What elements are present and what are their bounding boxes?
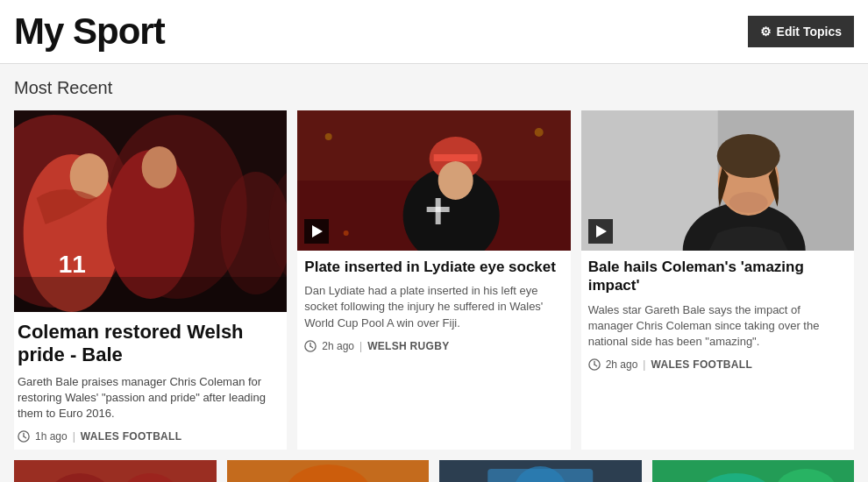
card-3-title: Bale hails Coleman's 'amazing impact': [588, 258, 847, 295]
cards-grid: 11 Coleman restored Welsh pride - Bale G…: [14, 110, 854, 450]
card-3-desc: Wales star Gareth Bale says the impact o…: [588, 302, 847, 351]
featured-card-desc: Gareth Bale praises manager Chris Colema…: [18, 374, 283, 422]
separator-2: |: [359, 340, 362, 352]
featured-card[interactable]: 11 Coleman restored Welsh pride - Bale G…: [14, 110, 287, 450]
separator: |: [73, 430, 75, 443]
clock-icon: [18, 430, 30, 443]
svg-line-28: [310, 346, 313, 348]
svg-line-13: [24, 436, 26, 438]
card-3[interactable]: Bale hails Coleman's 'amazing impact' Wa…: [581, 110, 854, 450]
play-button-overlay: [304, 219, 329, 244]
card-2-time: 2h ago: [322, 340, 354, 352]
featured-card-body: Coleman restored Welsh pride - Bale Gare…: [14, 312, 287, 450]
gear-icon: ⚙: [760, 25, 772, 39]
card-2-desc: Dan Lydiate had a plate inserted in his …: [304, 283, 563, 331]
thumb-card-2[interactable]: [227, 460, 430, 482]
bottom-thumbnails-row: [14, 460, 854, 482]
svg-rect-40: [14, 460, 217, 482]
edit-topics-label: Edit Topics: [777, 25, 842, 39]
svg-line-38: [594, 365, 597, 366]
card-3-time: 2h ago: [606, 358, 638, 371]
clock-icon-3: [588, 358, 601, 371]
featured-card-category: WALES FOOTBALL: [81, 430, 182, 443]
svg-point-7: [142, 146, 177, 188]
card-2-category: WELSH RUGBY: [367, 340, 449, 352]
separator-3: |: [643, 358, 645, 371]
thumb-card-4[interactable]: [652, 460, 855, 482]
play-triangle-icon-2: [596, 225, 607, 237]
card-2[interactable]: Plate inserted in Lydiate eye socket Dan…: [297, 110, 570, 450]
featured-card-title: Coleman restored Welsh pride - Bale: [18, 321, 283, 367]
svg-point-35: [729, 192, 767, 213]
edit-topics-button[interactable]: ⚙ Edit Topics: [748, 16, 854, 47]
svg-point-34: [716, 134, 779, 178]
section-heading: Most Recent: [14, 78, 854, 98]
svg-rect-19: [434, 154, 478, 161]
card-2-title: Plate inserted in Lydiate eye socket: [304, 258, 563, 276]
card-2-body: Plate inserted in Lydiate eye socket Dan…: [297, 251, 570, 359]
featured-card-time: 1h ago: [35, 430, 68, 443]
clock-icon-2: [304, 340, 317, 352]
thumb-card-1[interactable]: [14, 460, 217, 482]
card-2-footer: 2h ago | WELSH RUGBY: [304, 340, 563, 352]
main-content: Most Recent 11: [0, 64, 868, 482]
card-2-image: [297, 110, 570, 251]
featured-card-image: 11: [14, 110, 287, 312]
svg-text:11: 11: [59, 251, 86, 278]
svg-point-23: [325, 133, 332, 140]
svg-point-22: [438, 161, 473, 200]
svg-rect-21: [427, 207, 450, 212]
play-triangle-icon: [312, 225, 323, 237]
thumb-card-3[interactable]: [439, 460, 642, 482]
card-3-footer: 2h ago | WALES FOOTBALL: [588, 358, 847, 371]
svg-point-24: [535, 128, 544, 137]
page-header: My Sport ⚙ Edit Topics: [0, 0, 868, 64]
page-title: My Sport: [14, 11, 165, 53]
card-3-body: Bale hails Coleman's 'amazing impact' Wa…: [581, 251, 854, 378]
svg-point-25: [344, 230, 349, 236]
card-3-category: WALES FOOTBALL: [651, 358, 752, 371]
card-3-image: [581, 110, 854, 251]
featured-card-footer: 1h ago | WALES FOOTBALL: [18, 430, 283, 443]
play-button-overlay-2: [588, 219, 613, 244]
svg-rect-10: [14, 277, 287, 312]
